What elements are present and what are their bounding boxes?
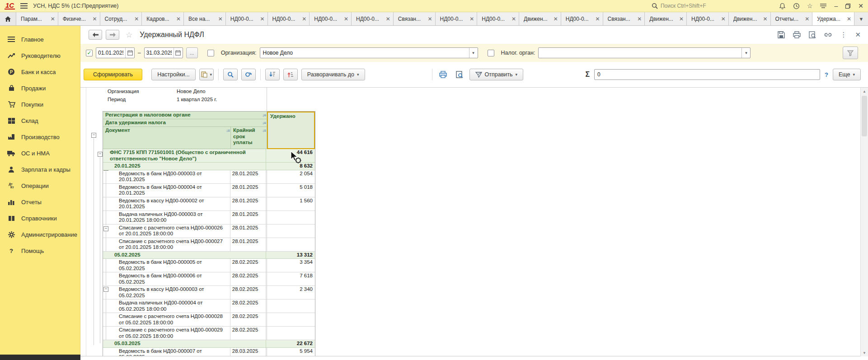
tab-close-icon[interactable]: ✕ [805,16,809,22]
find-next-button[interactable] [241,69,256,80]
expander-columns[interactable] [91,133,96,138]
deadline-cell[interactable]: 28.02.2025 [230,286,267,299]
filter-settings-button[interactable] [843,47,858,59]
doc-cell[interactable]: Ведомость в банк НД00-000003 от 20.01.20… [103,170,230,184]
date-group-row[interactable]: 05.03.2025 22 672 [103,340,315,348]
tab-nd00-6[interactable]: НД00-0...✕ [477,12,519,25]
date-to-field[interactable] [144,47,183,58]
deadline-cell[interactable]: 28.01.2025 [230,184,267,197]
sidebar-item-otchety[interactable]: Отчеты [0,194,80,210]
tab-close-icon[interactable]: ✕ [763,16,767,22]
report-variants-button[interactable] [199,69,214,80]
tab-close-icon[interactable]: ✕ [92,16,97,22]
date-to-input[interactable] [145,50,174,56]
sort-icon[interactable] [262,120,266,126]
doc-cell[interactable]: Ведомость в кассу НД00-000002 от 20.01.2… [103,197,230,211]
tab-vse-na[interactable]: Все на...✕ [184,12,226,25]
doc-cell[interactable]: Списание с расчетного счета НД00-000027 … [103,238,230,252]
help-button[interactable]: ? [825,71,828,78]
tab-sotrud[interactable]: Сотруд...✕ [100,12,142,25]
organization-combo[interactable]: Новое Дело [260,47,478,58]
deadline-cell[interactable]: 28.02.2025 [230,299,267,313]
sum-cell[interactable]: 1 560 [266,197,315,211]
calendar-icon[interactable] [125,48,134,58]
tab-close-icon[interactable]: ✕ [344,16,348,22]
tab-nd00-4[interactable]: НД00-0...✕ [352,12,394,25]
generate-button[interactable]: Сформировать [84,69,142,80]
tab-nd00-3[interactable]: НД00-0...✕ [310,12,352,25]
tab-close-icon[interactable]: ✕ [679,16,684,22]
doc-cell[interactable]: Ведомость в банк НД00-000004 от 20.01.20… [103,184,230,197]
tab-close-icon[interactable]: ✕ [386,16,390,22]
tab-close-icon[interactable]: ✕ [302,16,306,22]
sort-icon[interactable] [262,128,266,134]
collapse-groups-button[interactable] [265,69,280,80]
group-total[interactable]: 22 672 [266,340,315,348]
sum-cell[interactable]: 5 954 [266,348,315,357]
sidebar-item-prodazhi[interactable]: Продажи [0,80,80,96]
tab-dvizhen-2[interactable]: Движен...✕ [645,12,687,25]
deadline-cell[interactable]: 28.01.2025 [230,224,267,238]
tab-close-icon[interactable]: ✕ [847,16,851,22]
sidebar-item-bank-i-kassa[interactable]: Р Банк и касса [0,64,80,80]
vertical-scrollbar[interactable]: ▲ ▼ [860,88,868,356]
table-row[interactable]: Ведомость в банк НД00-000004 от 20.01.20… [103,184,315,197]
tab-param[interactable]: Парам...✕ [16,12,58,25]
deadline-cell[interactable]: 28.02.2025 [230,272,267,286]
forward-button[interactable] [106,30,119,40]
tab-close-icon[interactable]: ✕ [218,16,223,22]
tab-fiziche[interactable]: Физиче...✕ [58,12,100,25]
autosum-field[interactable] [594,69,820,80]
close-window-icon[interactable]: ✕ [858,3,863,9]
scrollbar-thumb[interactable] [862,96,867,136]
main-menu-icon[interactable] [20,3,28,9]
table-row[interactable]: Ведомость в банк НД00-000003 от 20.01.20… [103,170,315,184]
tab-home[interactable] [0,12,16,25]
sum-cell[interactable] [266,211,315,224]
print-preview-button[interactable] [453,69,466,80]
date-group-row[interactable]: 20.01.2025 8 632 [103,163,315,170]
org-group-total[interactable]: 44 616 [266,149,315,163]
table-row[interactable]: Ведомость в кассу НД00-000002 от 20.01.2… [103,197,315,211]
tab-kadrov[interactable]: Кадров...✕ [142,12,184,25]
table-row[interactable]: Ведомость в банк НД00-000007 от 05.03.20… [103,348,315,357]
deadline-cell[interactable]: 28.01.2025 [230,238,267,252]
calendar-icon[interactable] [174,48,183,58]
expander-fns-group[interactable] [98,152,103,157]
sidebar-item-glavnoe[interactable]: Главное [0,31,80,47]
header-hold-date[interactable]: Дата удержания налога [103,119,267,127]
deadline-cell[interactable]: 28.01.2025 [230,197,267,211]
notifications-bell-icon[interactable] [779,3,786,9]
tab-close-icon[interactable]: ✕ [469,16,474,22]
service-menu-icon[interactable] [820,3,827,9]
sidebar-item-rukovoditelyu[interactable]: Руководителю [0,47,80,64]
tab-dvizhen-3[interactable]: Движен...✕ [729,12,771,25]
tab-close-icon[interactable]: ✕ [427,16,432,22]
table-row[interactable]: Списание с расчетного счета НД00-000029 … [103,327,315,340]
back-button[interactable] [89,30,102,40]
sidebar-item-administrirovanie[interactable]: Администрирование [0,226,80,243]
group-date[interactable]: 20.01.2025 [103,163,266,170]
tab-svyazan-2[interactable]: Связан...✕ [603,12,645,25]
save-icon[interactable] [778,31,785,38]
table-row[interactable]: Списание с расчетного счета НД00-000026 … [103,224,315,238]
restore-icon[interactable] [845,3,851,9]
settings-button[interactable]: Настройки... [151,69,196,80]
tab-nd00-7[interactable]: НД00-0...✕ [561,12,603,25]
doc-cell[interactable]: Списание с расчетного счета НД00-000026 … [103,224,230,238]
more-vertical-icon[interactable]: ⋮ [840,31,847,39]
sort-icon[interactable] [226,128,230,134]
tab-nd00-2[interactable]: НД00-0...✕ [268,12,310,25]
sum-cell[interactable] [266,224,315,238]
tab-close-icon[interactable]: ✕ [260,16,264,22]
group-date[interactable]: 05.03.2025 [103,340,266,348]
tax-authority-checkbox[interactable] [488,50,494,56]
header-withheld-selected[interactable]: Удержано [267,112,315,149]
sidebar-item-sklad[interactable]: Склад [0,112,80,129]
doc-cell[interactable]: Ведомость в банк НД00-000005 от 05.02.20… [103,259,230,272]
organization-checkbox[interactable] [207,50,214,56]
tab-close-icon[interactable]: ✕ [637,16,642,22]
header-deadline[interactable]: Крайний срок уплаты [231,127,267,149]
sidebar-item-pomoshch[interactable]: ? Помощь [0,243,80,259]
table-row[interactable]: Списание с расчетного счета НД00-000027 … [103,238,315,252]
